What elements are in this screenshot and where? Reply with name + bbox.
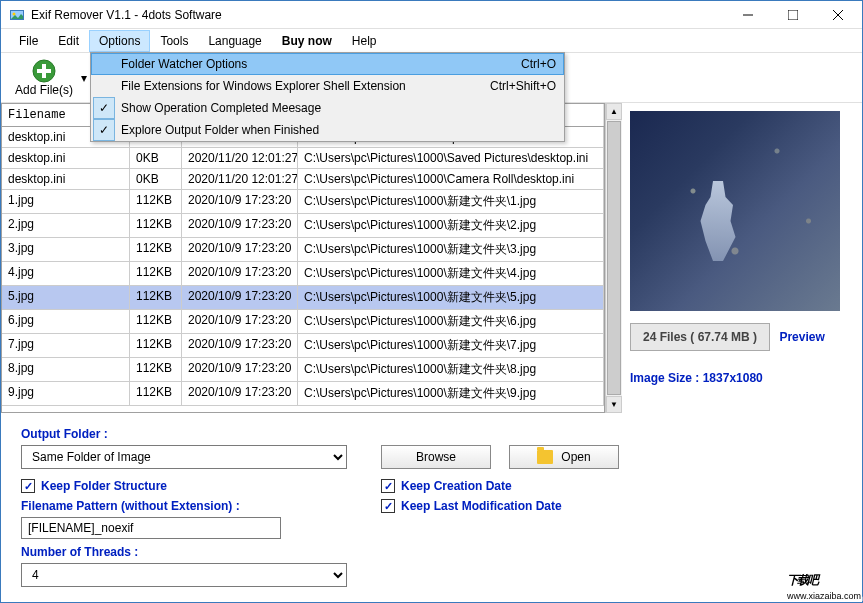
- threads-select[interactable]: 4: [21, 563, 347, 587]
- scroll-up-button[interactable]: ▲: [606, 103, 622, 120]
- cell-date: 2020/10/9 17:23:20: [182, 262, 298, 285]
- menu-buynow[interactable]: Buy now: [272, 30, 342, 52]
- cell-size: 112KB: [130, 214, 182, 237]
- menu-explore-output[interactable]: ✓ Explore Output Folder when Finished: [91, 119, 564, 141]
- keep-structure-checkbox[interactable]: ✓: [21, 479, 35, 493]
- cell-file: 8.jpg: [2, 358, 130, 381]
- cell-date: 2020/10/9 17:23:20: [182, 310, 298, 333]
- menu-language[interactable]: Language: [198, 30, 271, 52]
- cell-file: 4.jpg: [2, 262, 130, 285]
- bottom-panel: Output Folder : Same Folder of Image ✓ K…: [1, 413, 862, 595]
- table-row[interactable]: 9.jpg112KB2020/10/9 17:23:20C:\Users\pc\…: [2, 382, 604, 406]
- menu-edit[interactable]: Edit: [48, 30, 89, 52]
- cell-size: 112KB: [130, 310, 182, 333]
- window-title: Exif Remover V1.1 - 4dots Software: [31, 8, 725, 22]
- table-row[interactable]: desktop.ini0KB2020/11/20 12:01:27C:\User…: [2, 169, 604, 190]
- cell-path: C:\Users\pc\Pictures\1000\新建文件夹\8.jpg: [298, 358, 604, 381]
- cell-size: 112KB: [130, 262, 182, 285]
- open-button-label: Open: [561, 450, 590, 464]
- add-files-dropdown[interactable]: ▾: [79, 71, 89, 85]
- menu-show-message[interactable]: ✓ Show Operation Completed Meesage: [91, 97, 564, 119]
- scroll-thumb[interactable]: [607, 121, 621, 395]
- minimize-button[interactable]: [725, 1, 770, 29]
- app-icon: [9, 7, 25, 23]
- table-row[interactable]: 7.jpg112KB2020/10/9 17:23:20C:\Users\pc\…: [2, 334, 604, 358]
- menu-file-extensions[interactable]: File Extensions for Windows Explorer She…: [91, 75, 564, 97]
- menu-tools[interactable]: Tools: [150, 30, 198, 52]
- cell-path: C:\Users\pc\Pictures\1000\新建文件夹\6.jpg: [298, 310, 604, 333]
- threads-label: Number of Threads :: [21, 545, 381, 559]
- grid-body[interactable]: desktop.ini0KB2020/11/19 13:08:49C:\User…: [2, 127, 604, 411]
- cell-path: C:\Users\pc\Pictures\1000\Saved Pictures…: [298, 148, 604, 168]
- cell-file: 6.jpg: [2, 310, 130, 333]
- cell-date: 2020/10/9 17:23:20: [182, 238, 298, 261]
- menubar: File Edit Options Tools Language Buy now…: [1, 29, 862, 53]
- table-row[interactable]: 3.jpg112KB2020/10/9 17:23:20C:\Users\pc\…: [2, 238, 604, 262]
- cell-path: C:\Users\pc\Pictures\1000\Camera Roll\de…: [298, 169, 604, 189]
- keep-structure-label: Keep Folder Structure: [41, 479, 167, 493]
- cell-date: 2020/11/20 12:01:27: [182, 148, 298, 168]
- file-grid: Filename desktop.ini0KB2020/11/19 13:08:…: [1, 103, 605, 413]
- cell-path: C:\Users\pc\Pictures\1000\新建文件夹\1.jpg: [298, 190, 604, 213]
- keep-modification-checkbox[interactable]: ✓: [381, 499, 395, 513]
- table-row[interactable]: 2.jpg112KB2020/10/9 17:23:20C:\Users\pc\…: [2, 214, 604, 238]
- menu-shortcut: Ctrl+Shift+O: [450, 79, 556, 93]
- cell-path: C:\Users\pc\Pictures\1000\新建文件夹\4.jpg: [298, 262, 604, 285]
- cell-date: 2020/10/9 17:23:20: [182, 334, 298, 357]
- cell-size: 112KB: [130, 190, 182, 213]
- cell-size: 112KB: [130, 238, 182, 261]
- cell-size: 112KB: [130, 382, 182, 405]
- cell-date: 2020/10/9 17:23:20: [182, 286, 298, 309]
- table-row[interactable]: desktop.ini0KB2020/11/20 12:01:27C:\User…: [2, 148, 604, 169]
- menu-shortcut: Ctrl+O: [481, 57, 556, 71]
- keep-modification-label: Keep Last Modification Date: [401, 499, 562, 513]
- add-files-label: Add File(s): [15, 83, 73, 97]
- table-row[interactable]: 4.jpg112KB2020/10/9 17:23:20C:\Users\pc\…: [2, 262, 604, 286]
- menu-item-label: File Extensions for Windows Explorer She…: [121, 79, 406, 93]
- cell-date: 2020/11/20 12:01:27: [182, 169, 298, 189]
- open-button[interactable]: Open: [509, 445, 619, 469]
- output-folder-select[interactable]: Same Folder of Image: [21, 445, 347, 469]
- add-files-button[interactable]: Add File(s): [9, 57, 79, 99]
- vertical-scrollbar[interactable]: ▲ ▼: [605, 103, 622, 413]
- cell-path: C:\Users\pc\Pictures\1000\新建文件夹\2.jpg: [298, 214, 604, 237]
- table-row[interactable]: 6.jpg112KB2020/10/9 17:23:20C:\Users\pc\…: [2, 310, 604, 334]
- cell-file: desktop.ini: [2, 148, 130, 168]
- file-count-button[interactable]: 24 Files ( 67.74 MB ): [630, 323, 770, 351]
- cell-path: C:\Users\pc\Pictures\1000\新建文件夹\5.jpg: [298, 286, 604, 309]
- table-row[interactable]: 8.jpg112KB2020/10/9 17:23:20C:\Users\pc\…: [2, 358, 604, 382]
- output-folder-label: Output Folder :: [21, 427, 381, 441]
- cell-file: desktop.ini: [2, 169, 130, 189]
- cell-file: 1.jpg: [2, 190, 130, 213]
- cell-file: 2.jpg: [2, 214, 130, 237]
- scroll-down-button[interactable]: ▼: [606, 396, 622, 413]
- plus-icon: [32, 59, 56, 83]
- cell-date: 2020/10/9 17:23:20: [182, 358, 298, 381]
- cell-size: 0KB: [130, 169, 182, 189]
- table-row[interactable]: 5.jpg112KB2020/10/9 17:23:20C:\Users\pc\…: [2, 286, 604, 310]
- svg-rect-4: [788, 10, 798, 20]
- menu-file[interactable]: File: [9, 30, 48, 52]
- preview-link[interactable]: Preview: [779, 330, 824, 344]
- check-icon: ✓: [93, 97, 115, 119]
- cell-size: 112KB: [130, 358, 182, 381]
- maximize-button[interactable]: [770, 1, 815, 29]
- menu-item-label: Folder Watcher Options: [121, 57, 247, 71]
- menu-options[interactable]: Options: [89, 30, 150, 52]
- cell-file: 5.jpg: [2, 286, 130, 309]
- keep-creation-checkbox[interactable]: ✓: [381, 479, 395, 493]
- filename-pattern-input[interactable]: [21, 517, 281, 539]
- options-dropdown: Folder Watcher Options Ctrl+O File Exten…: [90, 52, 565, 142]
- close-button[interactable]: [815, 1, 860, 29]
- filename-pattern-label: Filename Pattern (without Extension) :: [21, 499, 381, 513]
- watermark: 下载吧 www.xiazaiba.com: [787, 557, 861, 601]
- cell-path: C:\Users\pc\Pictures\1000\新建文件夹\3.jpg: [298, 238, 604, 261]
- cell-size: 112KB: [130, 286, 182, 309]
- menu-help[interactable]: Help: [342, 30, 387, 52]
- menu-item-label: Show Operation Completed Meesage: [121, 101, 321, 115]
- cell-date: 2020/10/9 17:23:20: [182, 214, 298, 237]
- browse-button[interactable]: Browse: [381, 445, 491, 469]
- table-row[interactable]: 1.jpg112KB2020/10/9 17:23:20C:\Users\pc\…: [2, 190, 604, 214]
- menu-item-label: Explore Output Folder when Finished: [121, 123, 319, 137]
- menu-folder-watcher[interactable]: Folder Watcher Options Ctrl+O: [91, 53, 564, 75]
